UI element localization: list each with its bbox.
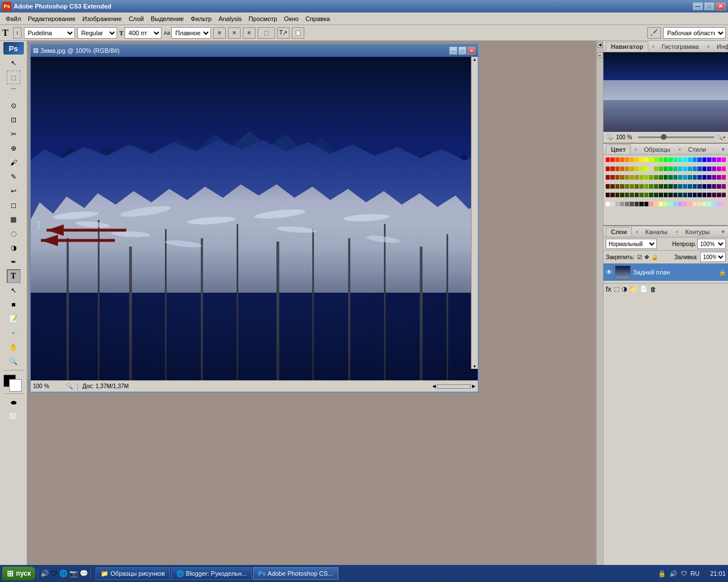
swatch-cell[interactable]	[615, 184, 619, 189]
tool-marquee[interactable]: ⬚	[7, 70, 20, 84]
text-transform-button[interactable]: T↗	[277, 27, 289, 39]
tool-notes[interactable]: 📝	[7, 312, 20, 326]
align-left-button[interactable]: ≡	[213, 27, 226, 39]
swatch-cell[interactable]	[707, 193, 711, 197]
swatch-cell[interactable]	[707, 157, 711, 162]
swatch-cell[interactable]	[702, 175, 706, 180]
zoom-slider[interactable]	[638, 136, 714, 138]
swatch-cell[interactable]	[610, 157, 614, 162]
font-size-select[interactable]: 400 пт	[125, 27, 162, 39]
color-minimize-button[interactable]: ▼	[721, 147, 726, 152]
swatch-cell[interactable]	[664, 175, 668, 180]
swatch-cell[interactable]	[693, 175, 697, 180]
swatch-cell[interactable]	[610, 184, 614, 189]
swatch-cell[interactable]	[688, 167, 692, 171]
swatch-cell[interactable]	[702, 184, 706, 189]
swatch-cell[interactable]	[625, 167, 629, 171]
swatch-cell[interactable]	[615, 175, 619, 180]
swatch-cell[interactable]	[654, 175, 658, 180]
swatch-cell[interactable]	[654, 193, 658, 197]
tool-healing[interactable]: ⊕	[7, 142, 20, 155]
swatch-cell[interactable]	[683, 184, 687, 189]
swatch-cell[interactable]	[610, 167, 614, 171]
swatch-cell[interactable]	[649, 175, 653, 180]
tab-histogram[interactable]: Гистограмма	[657, 42, 704, 51]
swatch-cell[interactable]	[673, 193, 677, 197]
swatch-cell[interactable]	[722, 184, 726, 189]
swatch-cell[interactable]	[683, 202, 687, 206]
minimize-button[interactable]: —	[693, 2, 703, 10]
menu-image[interactable]: Изображение	[79, 14, 125, 23]
swatch-cell[interactable]	[606, 202, 610, 206]
document-content[interactable]: T ▲ ▼	[31, 57, 478, 380]
layer-group-button[interactable]: 📁	[630, 285, 638, 293]
tab-navigator[interactable]: Навигатор	[606, 41, 648, 51]
swatch-cell[interactable]	[639, 175, 643, 180]
swatch-cell[interactable]	[625, 157, 629, 162]
tab-color[interactable]: Цвет	[606, 144, 631, 154]
swatch-cell[interactable]	[712, 175, 716, 180]
layer-visibility-icon[interactable]: 👁	[606, 268, 613, 276]
swatch-cell[interactable]	[712, 167, 716, 171]
tool-gradient[interactable]: ▦	[7, 213, 20, 226]
swatch-cell[interactable]	[673, 202, 677, 206]
tool-quickselect[interactable]: ⊙	[7, 99, 20, 113]
tool-crop[interactable]: ⊡	[7, 113, 20, 127]
menu-layer[interactable]: Слой	[125, 14, 147, 23]
tool-clone[interactable]: ✎	[7, 170, 20, 184]
swatch-cell[interactable]	[635, 175, 639, 180]
swatch-cell[interactable]	[635, 167, 639, 171]
font-style-select[interactable]: Regular	[77, 27, 117, 39]
text-warp-button[interactable]: ⬚	[258, 27, 275, 39]
swatch-cell[interactable]	[639, 193, 643, 197]
swatch-cell[interactable]	[717, 184, 721, 189]
zoom-decrease-icon[interactable]: 🔍-	[606, 135, 614, 140]
swatch-cell[interactable]	[678, 175, 682, 180]
swatch-cell[interactable]	[707, 167, 711, 171]
swatch-cell[interactable]	[630, 193, 634, 197]
doc-maximize-button[interactable]: □	[458, 47, 466, 55]
swatch-cell[interactable]	[697, 167, 701, 171]
swatch-cell[interactable]	[620, 193, 624, 197]
swatch-cell[interactable]	[717, 202, 721, 206]
swatch-cell[interactable]	[630, 167, 634, 171]
taskbar-app-photoshop[interactable]: Ps Adobe Photoshop CS...	[253, 567, 338, 580]
swatch-cell[interactable]	[639, 202, 643, 206]
tool-eraser[interactable]: ◻	[7, 198, 20, 212]
horizontal-scroll-area[interactable]: ◀ ▶	[432, 384, 475, 389]
background-color[interactable]	[9, 379, 22, 392]
canvas-image[interactable]: T	[31, 57, 478, 380]
swatch-cell[interactable]	[644, 167, 648, 171]
tool-quickmask[interactable]: ⬬	[7, 396, 20, 409]
tab-swatches[interactable]: Образцы	[639, 145, 675, 154]
swatch-cell[interactable]	[639, 157, 643, 162]
swatch-cell[interactable]	[659, 184, 663, 189]
menu-window[interactable]: Окно	[280, 14, 302, 23]
tab-paths[interactable]: Контуры	[681, 227, 714, 236]
swatch-cell[interactable]	[615, 202, 619, 206]
swatch-cell[interactable]	[702, 157, 706, 162]
swatch-cell[interactable]	[644, 184, 648, 189]
tab-histogram-close[interactable]: ×	[707, 44, 710, 49]
volume-icon[interactable]: 🔊	[669, 570, 677, 577]
swatch-cell[interactable]	[722, 202, 726, 206]
swatch-cell[interactable]	[654, 202, 658, 206]
swatch-cell[interactable]	[620, 157, 624, 162]
swatch-cell[interactable]	[644, 193, 648, 197]
new-layer-button[interactable]: 📄	[640, 285, 648, 293]
menu-file[interactable]: Файл	[2, 14, 24, 23]
align-center-button[interactable]: ≡	[228, 27, 241, 39]
tool-pen[interactable]: ✒	[7, 255, 20, 269]
zoom-icon[interactable]: 🔍	[66, 383, 73, 389]
swatch-cell[interactable]	[683, 193, 687, 197]
tool-move[interactable]: ↖	[7, 56, 20, 70]
swatch-cell[interactable]	[678, 202, 682, 206]
swatch-cell[interactable]	[668, 175, 672, 180]
swatch-cell[interactable]	[620, 175, 624, 180]
swatch-cell[interactable]	[630, 184, 634, 189]
swatch-cell[interactable]	[697, 193, 701, 197]
swatch-cell[interactable]	[625, 175, 629, 180]
swatch-cell[interactable]	[697, 184, 701, 189]
layer-mask-button[interactable]: ⬚	[614, 285, 619, 293]
opacity-select[interactable]: 100%	[697, 239, 726, 249]
